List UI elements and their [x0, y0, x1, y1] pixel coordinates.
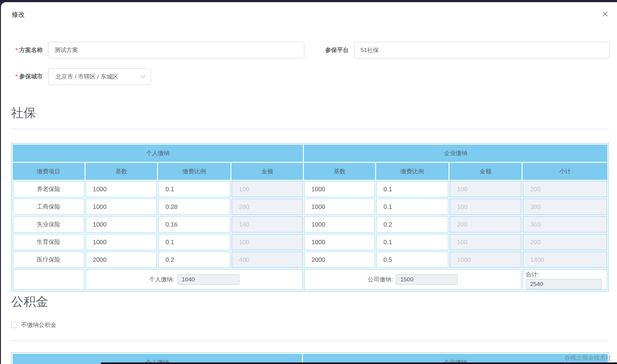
personal-group-header: 个人缴纳 [13, 145, 303, 162]
footer-empty-cell [13, 269, 85, 290]
fee-item-label: 工商保险 [13, 198, 85, 215]
city-label: 参保城市 [7, 68, 43, 85]
company-base-input[interactable] [304, 181, 374, 197]
personal-base-input[interactable] [86, 199, 157, 214]
edit-dialog: 修改 ✕ 方案名称 参保平台 参保城市 北京市 / 市辖区 / 东城区 社保 个… [1, 2, 617, 364]
subtotal-input [523, 234, 607, 250]
table-row-medical: 医疗保险 [13, 251, 607, 268]
table-column-header-row: 缴费项目 基数 缴费比例 金额 基数 缴费比例 金额 小计 [13, 163, 607, 180]
personal-amount-input [232, 199, 303, 214]
company-amount-input [450, 217, 521, 232]
company-total-input[interactable] [396, 274, 458, 285]
grand-total-cell: 合计: [523, 269, 607, 290]
no-fund-checkbox-row[interactable]: 不缴纳公积金 [11, 321, 56, 329]
close-button[interactable]: ✕ [601, 10, 610, 19]
personal-amount-input [232, 234, 303, 250]
watermark: @稀土掘金技术社区 [564, 354, 617, 364]
company-base-input[interactable] [304, 234, 374, 250]
personal-base-input[interactable] [86, 252, 157, 267]
subtotal-input [523, 217, 607, 232]
personal-total-input[interactable] [177, 274, 239, 285]
fee-item-label: 养老保险 [13, 181, 85, 197]
personal-ratio-input[interactable] [159, 199, 230, 214]
checkbox-icon[interactable] [11, 322, 17, 328]
table-footer-row: 个人缴纳: 公司缴纳: 合计: [13, 269, 607, 290]
platform-input[interactable] [354, 42, 610, 58]
company-ratio-input[interactable] [377, 199, 448, 214]
fee-item-label: 失业保险 [13, 216, 85, 233]
no-fund-checkbox-label: 不缴纳公积金 [21, 321, 56, 329]
fee-item-label: 医疗保险 [13, 251, 85, 268]
bottom-edge-strip [101, 362, 617, 364]
personal-amount-input [232, 217, 303, 232]
company-ratio-input[interactable] [377, 217, 448, 232]
company-ratio-input[interactable] [377, 234, 448, 250]
subtotal-input [523, 252, 607, 267]
company-total-cell: 公司缴纳: [304, 269, 522, 290]
grand-total-input[interactable] [526, 279, 602, 289]
company-base-input[interactable] [304, 217, 374, 232]
company-amount-input [450, 252, 521, 267]
table-row-maternity: 生育保险 [13, 234, 607, 250]
personal-ratio-input[interactable] [159, 217, 230, 232]
table-row-unemployment: 失业保险 [13, 216, 607, 233]
col-header-subtotal: 小计 [523, 163, 607, 180]
page-backdrop: 修改 ✕ 方案名称 参保平台 参保城市 北京市 / 市辖区 / 东城区 社保 个… [0, 0, 617, 364]
subtotal-input [523, 181, 607, 197]
chevron-down-icon [141, 75, 146, 78]
table-group-header-row: 个人缴纳 企业缴纳 [13, 145, 607, 162]
table-row-pension: 养老保险 [13, 181, 607, 197]
company-ratio-input[interactable] [377, 252, 448, 267]
personal-ratio-input[interactable] [159, 181, 230, 197]
plan-name-label: 方案名称 [7, 42, 43, 58]
personal-amount-input [232, 252, 303, 267]
company-amount-input [450, 234, 521, 250]
dialog-title: 修改 [12, 10, 25, 19]
personal-ratio-input[interactable] [159, 234, 230, 250]
personal-total-label: 个人缴纳: [149, 275, 174, 284]
col-header-personal-amount: 金额 [231, 163, 303, 180]
company-base-input[interactable] [304, 199, 374, 214]
personal-amount-input [232, 181, 303, 197]
col-header-personal-base: 基数 [85, 163, 157, 180]
grand-total-label: 合计: [526, 271, 605, 278]
company-total-label: 公司缴纳: [368, 275, 393, 284]
personal-base-input[interactable] [86, 181, 157, 197]
shebao-heading: 社保 [11, 104, 36, 121]
close-icon: ✕ [602, 10, 609, 19]
personal-total-cell: 个人缴纳: [85, 269, 303, 290]
col-header-company-ratio: 缴费比例 [376, 163, 449, 180]
city-cascader-value: 北京市 / 市辖区 / 东城区 [49, 73, 141, 81]
company-ratio-input[interactable] [377, 181, 448, 197]
col-header-company-amount: 金额 [449, 163, 522, 180]
plan-name-input[interactable] [48, 42, 304, 58]
personal-ratio-input[interactable] [159, 252, 230, 267]
platform-label: 参保平台 [313, 42, 349, 58]
col-header-item: 缴费项目 [13, 163, 85, 180]
company-base-input[interactable] [304, 252, 374, 267]
divider [11, 129, 609, 129]
fee-item-label: 生育保险 [13, 234, 85, 250]
company-group-header: 企业缴纳 [304, 145, 607, 162]
subtotal-input [523, 199, 607, 214]
personal-base-input[interactable] [86, 234, 157, 250]
company-amount-input [450, 199, 521, 214]
col-header-company-base: 基数 [304, 163, 375, 180]
company-amount-input [450, 181, 521, 197]
col-header-personal-ratio: 缴费比例 [158, 163, 230, 180]
personal-base-input[interactable] [86, 217, 157, 232]
gongjijin-heading: 公积金 [11, 293, 48, 310]
divider [11, 340, 609, 341]
shebao-table: 个人缴纳 企业缴纳 缴费项目 基数 缴费比例 金额 基数 缴费比例 金额 小计 … [11, 143, 609, 292]
city-cascader[interactable]: 北京市 / 市辖区 / 东城区 [48, 68, 151, 85]
table-row-industrial: 工商保险 [13, 198, 607, 215]
